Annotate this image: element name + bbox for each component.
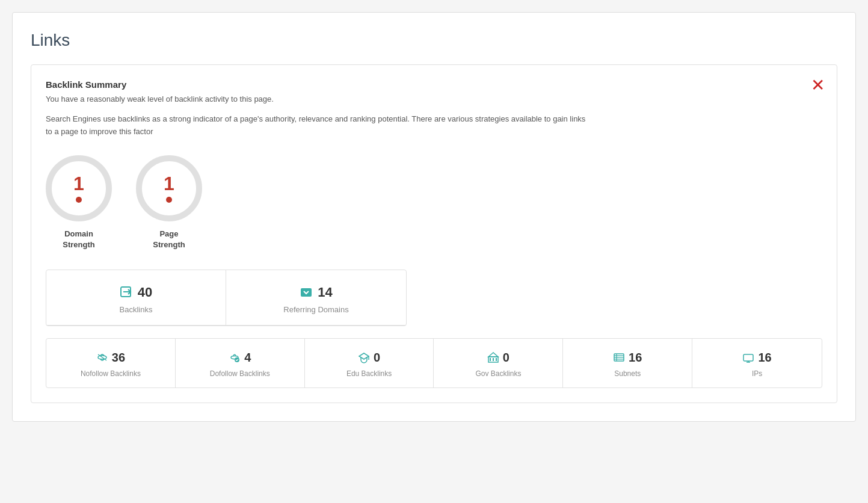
gauge-circle-page: 1 [136,155,202,221]
nofollow-number: 36 [112,351,125,365]
edu-label: Edu Backlinks [346,369,392,378]
gauges-row: 1 DomainStrength 1 PageStrength [46,155,822,250]
summary-description: Search Engines use backlinks as a strong… [46,113,587,138]
ips-label: IPs [752,369,762,378]
gov-number: 0 [503,351,509,365]
edu-icon [358,351,370,363]
gauge-domain-strength: 1 DomainStrength [46,155,112,250]
stat-edu-backlinks: 0 Edu Backlinks [305,339,434,387]
ips-icon [742,351,754,363]
stat-dofollow-top: 4 [229,351,251,365]
page-title: Links [31,31,837,50]
dofollow-label: Dofollow Backlinks [210,369,270,378]
metric-backlinks-top: 40 [120,285,152,300]
svg-rect-1 [301,288,312,297]
summary-title: Backlink Summary [46,79,822,90]
backlinks-icon [120,286,133,299]
dofollow-icon [229,351,241,363]
gauge-dot-domain [76,197,82,203]
gov-label: Gov Backlinks [475,369,521,378]
gauge-label-page: PageStrength [153,229,185,250]
referring-domains-label: Referring Domains [283,305,348,314]
nofollow-icon [96,351,108,363]
page-wrapper: Links ✕ Backlink Summary You have a reas… [12,12,856,422]
backlinks-number: 40 [138,285,152,300]
subnets-icon [613,351,625,363]
referring-domains-number: 14 [318,285,332,300]
stat-dofollow-backlinks: 4 Dofollow Backlinks [176,339,305,387]
metrics-grid: 40 Backlinks 14 Referring Domains [46,270,407,326]
nofollow-label: Nofollow Backlinks [81,369,141,378]
summary-card: ✕ Backlink Summary You have a reasonably… [31,64,837,403]
gauge-value-domain: 1 [73,174,84,193]
summary-subtitle: You have a reasonably weak level of back… [46,94,822,103]
dofollow-number: 4 [244,351,251,365]
gauge-circle-domain: 1 [46,155,112,221]
svg-rect-10 [496,358,497,361]
stat-nofollow-backlinks: 36 Nofollow Backlinks [46,339,176,387]
stat-subnets-top: 16 [613,351,642,365]
stat-gov-backlinks: 0 Gov Backlinks [434,339,563,387]
stat-nofollow-top: 36 [96,351,125,365]
stat-ips-top: 16 [742,351,771,365]
subnets-number: 16 [629,351,642,365]
stat-ips: 16 IPs [692,339,822,387]
svg-rect-8 [490,358,491,361]
stat-gov-top: 0 [487,351,509,365]
stat-edu-top: 0 [358,351,380,365]
metric-referring-domains: 14 Referring Domains [226,270,406,326]
bottom-stats: 36 Nofollow Backlinks 4 [46,338,822,388]
close-button[interactable]: ✕ [811,77,825,94]
metric-backlinks: 40 Backlinks [46,270,226,326]
metric-referring-top: 14 [300,285,332,300]
gauge-label-domain: DomainStrength [63,229,94,250]
stat-subnets: 16 Subnets [563,339,692,387]
referring-domains-icon [300,286,313,299]
svg-marker-7 [488,353,498,357]
svg-rect-9 [493,358,494,361]
subnets-label: Subnets [614,369,641,378]
gov-icon [487,351,499,363]
svg-point-3 [235,357,239,362]
backlinks-label: Backlinks [120,305,153,314]
gauge-value-page: 1 [164,174,174,193]
svg-rect-16 [743,354,753,361]
gauge-dot-page [166,197,172,203]
edu-number: 0 [374,351,380,365]
gauge-page-strength: 1 PageStrength [136,155,202,250]
ips-number: 16 [758,351,771,365]
